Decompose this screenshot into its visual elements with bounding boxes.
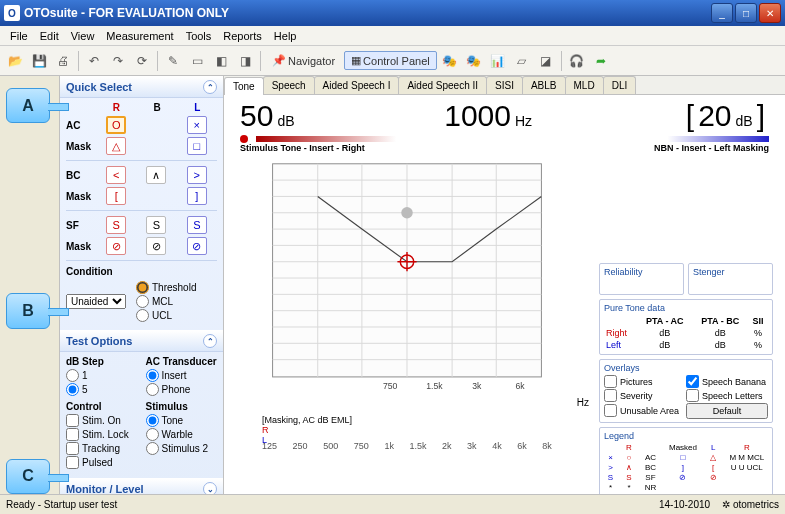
monitor-title: Monitor / Level	[66, 483, 144, 494]
mcl-radio[interactable]	[136, 295, 149, 308]
app-icon: O	[4, 5, 20, 21]
insert-radio[interactable]	[146, 369, 159, 382]
svg-text:750: 750	[383, 381, 398, 391]
collapse-icon[interactable]: ⌃	[203, 80, 217, 94]
mask-icon[interactable]: 🎭	[439, 50, 461, 72]
tracking-check[interactable]	[66, 442, 79, 455]
menu-measurement[interactable]: Measurement	[100, 28, 179, 44]
minimize-button[interactable]: _	[711, 3, 733, 23]
quick-select-panel: Quick Select⌃ R B L AC O × Mask △ □	[60, 76, 223, 330]
speech-letters-check[interactable]	[686, 389, 699, 402]
readout-row: 50dB 1000Hz [20dB]	[224, 95, 785, 133]
mask2-icon[interactable]: 🎭	[463, 50, 485, 72]
test-options-panel: Test Options⌃ dB Step 1 5 AC Transducer …	[60, 330, 223, 478]
separator	[260, 51, 261, 71]
threshold-radio[interactable]	[136, 281, 149, 294]
step-1-radio[interactable]	[66, 369, 79, 382]
pure-tone-box: Pure Tone data PTA - ACPTA - BCSII Right…	[599, 299, 773, 355]
tool4-icon[interactable]: ◨	[234, 50, 256, 72]
svg-text:1.5k: 1.5k	[426, 381, 443, 391]
chart-icon[interactable]: 📊	[487, 50, 509, 72]
test-options-title: Test Options	[66, 335, 132, 347]
mask2-l-symbol[interactable]: ]	[187, 187, 207, 205]
navigator-button[interactable]: 📌 Navigator	[265, 51, 342, 70]
tab-tone[interactable]: Tone	[224, 77, 264, 95]
tab-sisi[interactable]: SISI	[486, 76, 523, 94]
ucl-radio[interactable]	[136, 309, 149, 322]
sf-r-symbol[interactable]: S	[106, 216, 126, 234]
menu-help[interactable]: Help	[268, 28, 303, 44]
bottom-scale: 125250 500750 1k1.5k 2k3k 4k6k 8k	[262, 441, 552, 451]
control-panel-button[interactable]: ▦ Control Panel	[344, 51, 437, 70]
callout-b: B	[6, 293, 50, 328]
brand-label: ✲ otometrics	[722, 499, 779, 510]
ac-r-symbol[interactable]: O	[106, 116, 126, 134]
print-icon[interactable]: 🖨	[52, 50, 74, 72]
mask2-r-symbol[interactable]: [	[106, 187, 126, 205]
tab-dli[interactable]: DLI	[603, 76, 637, 94]
default-button[interactable]: Default	[686, 403, 768, 419]
stim-lock-check[interactable]	[66, 428, 79, 441]
phone-radio[interactable]	[146, 383, 159, 396]
separator	[78, 51, 79, 71]
mask-l-symbol[interactable]: □	[187, 137, 207, 155]
open-icon[interactable]: 📂	[4, 50, 26, 72]
tab-aided1[interactable]: Aided Speech I	[314, 76, 400, 94]
masking-r: R	[262, 425, 269, 435]
refresh-icon[interactable]: ⟳	[131, 50, 153, 72]
pictures-check[interactable]	[604, 375, 617, 388]
expand-icon[interactable]: ⌄	[203, 482, 217, 494]
tone-radio[interactable]	[146, 414, 159, 427]
tab-mld[interactable]: MLD	[565, 76, 604, 94]
row-sf: SF	[66, 220, 96, 231]
unusable-check[interactable]	[604, 404, 617, 417]
tool3-icon[interactable]: ◧	[210, 50, 232, 72]
bc-r-symbol[interactable]: <	[106, 166, 126, 184]
menu-view[interactable]: View	[65, 28, 101, 44]
menu-edit[interactable]: Edit	[34, 28, 65, 44]
close-button[interactable]: ✕	[759, 3, 781, 23]
db-step-label: dB Step	[66, 356, 138, 367]
redo-icon[interactable]: ↷	[107, 50, 129, 72]
step-5-radio[interactable]	[66, 383, 79, 396]
separator	[157, 51, 158, 71]
row-mask2: Mask	[66, 191, 96, 202]
mask3-l-symbol[interactable]: ⊘	[187, 237, 207, 255]
bc-l-symbol[interactable]: >	[187, 166, 207, 184]
warble-radio[interactable]	[146, 428, 159, 441]
stim-on-check[interactable]	[66, 414, 79, 427]
sf-b-symbol[interactable]: S	[146, 216, 166, 234]
tab-ablb[interactable]: ABLB	[522, 76, 566, 94]
menubar: File Edit View Measurement Tools Reports…	[0, 26, 785, 46]
save-icon[interactable]: 💾	[28, 50, 50, 72]
collapse-icon[interactable]: ⌃	[203, 334, 217, 348]
export-icon[interactable]: ➦	[590, 50, 612, 72]
ac-l-symbol[interactable]: ×	[187, 116, 207, 134]
sf-l-symbol[interactable]: S	[187, 216, 207, 234]
tool5-icon[interactable]: ▱	[511, 50, 533, 72]
stim2-radio[interactable]	[146, 442, 159, 455]
headset-icon[interactable]: 🎧	[566, 50, 588, 72]
severity-check[interactable]	[604, 389, 617, 402]
bc-b-symbol[interactable]: ∧	[146, 166, 166, 184]
tool2-icon[interactable]: ▭	[186, 50, 208, 72]
status-bar: Ready - Startup user test 14-10-2010 ✲ o…	[0, 494, 785, 514]
menu-reports[interactable]: Reports	[217, 28, 268, 44]
tab-speech[interactable]: Speech	[263, 76, 315, 94]
tool-icon[interactable]: ✎	[162, 50, 184, 72]
col-l: L	[194, 102, 200, 113]
maximize-button[interactable]: □	[735, 3, 757, 23]
mask3-r-symbol[interactable]: ⊘	[106, 237, 126, 255]
menu-tools[interactable]: Tools	[180, 28, 218, 44]
audiogram-chart[interactable]: -10 0 10 20 30 40 50 60 70 80 90 100 110…	[232, 159, 595, 500]
tab-aided2[interactable]: Aided Speech II	[398, 76, 487, 94]
mask-r-symbol[interactable]: △	[106, 137, 126, 155]
pulsed-check[interactable]	[66, 456, 79, 469]
condition-select[interactable]: Unaided	[66, 294, 126, 309]
tool6-icon[interactable]: ◪	[535, 50, 557, 72]
mask3-b-symbol[interactable]: ⊘	[146, 237, 166, 255]
undo-icon[interactable]: ↶	[83, 50, 105, 72]
speech-banana-check[interactable]	[686, 375, 699, 388]
bar-left	[515, 136, 770, 142]
menu-file[interactable]: File	[4, 28, 34, 44]
